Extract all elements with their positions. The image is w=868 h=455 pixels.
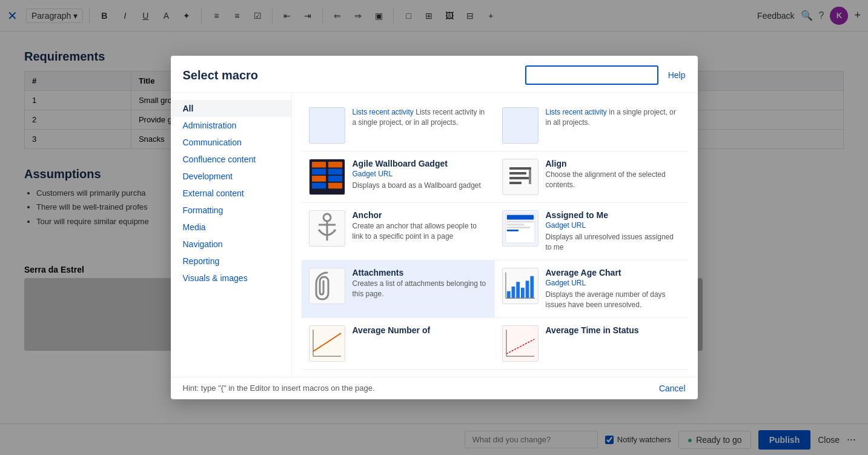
align-icon bbox=[507, 164, 534, 190]
list-item[interactable]: Average Number of bbox=[302, 318, 495, 370]
sidebar-item-formatting[interactable]: Formatting bbox=[171, 202, 291, 219]
svg-rect-12 bbox=[529, 170, 531, 184]
macro-thumb-avg-time bbox=[502, 325, 538, 362]
hint-text: Hint: type "{" in the Editor to insert m… bbox=[183, 384, 375, 393]
macro-info-align: Align Choose the alignment of the select… bbox=[546, 159, 681, 190]
svg-rect-2 bbox=[311, 169, 325, 175]
cancel-button[interactable]: Cancel bbox=[659, 384, 686, 393]
list-item[interactable]: Align Choose the alignment of the select… bbox=[495, 151, 688, 203]
macro-info-assigned: Assigned to Me Gadget URL Displays all u… bbox=[546, 210, 681, 253]
macro-thumb-recent-right bbox=[502, 107, 538, 144]
modal-footer: Hint: type "{" in the Editor to insert m… bbox=[171, 377, 698, 399]
svg-rect-18 bbox=[506, 221, 533, 223]
svg-rect-7 bbox=[328, 183, 342, 189]
macro-info-avg-age: Average Age Chart Gadget URL Displays th… bbox=[546, 268, 681, 310]
svg-rect-1 bbox=[328, 162, 342, 168]
list-item[interactable]: Anchor Create an anchor that allows peop… bbox=[302, 203, 495, 261]
macro-thumb-recent-left bbox=[309, 107, 345, 144]
macro-thumb-attachments bbox=[309, 268, 345, 304]
macro-grid: Lists recent activity Lists recent activ… bbox=[292, 93, 698, 376]
sidebar-item-development[interactable]: Development bbox=[171, 168, 291, 185]
svg-rect-27 bbox=[530, 276, 534, 299]
svg-rect-6 bbox=[311, 183, 325, 189]
macro-search-input[interactable] bbox=[525, 65, 658, 85]
anchor-icon bbox=[314, 213, 340, 244]
macro-thumb-avg-age bbox=[502, 268, 538, 304]
macro-info-avg-time: Average Time in Status bbox=[546, 325, 681, 336]
sidebar-item-navigation[interactable]: Navigation bbox=[171, 236, 291, 253]
svg-rect-11 bbox=[509, 182, 522, 184]
attachments-icon bbox=[314, 270, 340, 302]
modal-overlay: Select macro Help All Administration Com… bbox=[0, 0, 868, 455]
list-item[interactable]: Assigned to Me Gadget URL Displays all u… bbox=[495, 203, 688, 261]
macro-info-agile: Agile Wallboard Gadget Gadget URL Displa… bbox=[353, 159, 488, 191]
modal-header: Select macro Help bbox=[171, 56, 698, 93]
svg-rect-21 bbox=[506, 230, 518, 231]
macro-info-attachments: Attachments Creates a list of attachment… bbox=[353, 268, 488, 299]
macro-thumb-align bbox=[502, 159, 538, 195]
sidebar-item-visuals[interactable]: Visuals & images bbox=[171, 270, 291, 287]
svg-line-33 bbox=[506, 339, 534, 354]
svg-rect-10 bbox=[509, 177, 531, 179]
select-macro-modal: Select macro Help All Administration Com… bbox=[171, 56, 698, 399]
sidebar-item-administration[interactable]: Administration bbox=[171, 117, 291, 134]
svg-rect-5 bbox=[328, 176, 342, 182]
svg-rect-25 bbox=[520, 288, 524, 298]
avg-age-chart-icon bbox=[505, 270, 536, 302]
macro-info-recent-right: Lists recent activity in a single projec… bbox=[546, 107, 681, 128]
macro-thumb-avg-number bbox=[309, 325, 345, 362]
sidebar-item-all[interactable]: All bbox=[171, 100, 291, 117]
svg-rect-4 bbox=[311, 176, 325, 182]
list-item[interactable]: Lists recent activity in a single projec… bbox=[495, 100, 688, 151]
svg-rect-19 bbox=[506, 224, 524, 226]
avg-time-icon bbox=[504, 327, 537, 360]
sidebar-item-external-content[interactable]: External content bbox=[171, 185, 291, 202]
list-item[interactable]: Average Age Chart Gadget URL Displays th… bbox=[495, 261, 688, 318]
agile-wallboard-icon bbox=[311, 160, 343, 194]
assigned-to-me-icon bbox=[505, 212, 536, 245]
modal-sidebar: All Administration Communication Conflue… bbox=[171, 93, 292, 376]
modal-help-link[interactable]: Help bbox=[668, 70, 686, 80]
macro-info-recent-left: Lists recent activity Lists recent activ… bbox=[353, 107, 488, 128]
svg-rect-26 bbox=[525, 281, 529, 298]
sidebar-item-media[interactable]: Media bbox=[171, 219, 291, 236]
macro-info-avg-number: Average Number of bbox=[353, 325, 488, 336]
modal-body: All Administration Communication Conflue… bbox=[171, 93, 698, 376]
svg-rect-0 bbox=[311, 162, 325, 168]
svg-rect-17 bbox=[506, 215, 533, 220]
sidebar-item-communication[interactable]: Communication bbox=[171, 134, 291, 151]
svg-rect-9 bbox=[509, 172, 526, 174]
list-item[interactable]: Average Time in Status bbox=[495, 318, 688, 370]
modal-title: Select macro bbox=[183, 68, 259, 82]
svg-point-13 bbox=[323, 214, 331, 221]
modal-search-area: Help bbox=[525, 65, 686, 85]
svg-rect-3 bbox=[328, 169, 342, 175]
svg-rect-8 bbox=[509, 167, 531, 170]
svg-line-30 bbox=[313, 333, 341, 351]
svg-rect-20 bbox=[506, 227, 530, 229]
sidebar-item-reporting[interactable]: Reporting bbox=[171, 253, 291, 270]
macro-thumb-assigned bbox=[502, 210, 538, 247]
list-item[interactable]: Attachments Creates a list of attachment… bbox=[302, 261, 495, 318]
svg-rect-22 bbox=[506, 291, 510, 299]
svg-rect-23 bbox=[511, 287, 515, 298]
svg-rect-24 bbox=[516, 282, 520, 298]
macro-thumb-anchor bbox=[309, 210, 345, 247]
sidebar-item-confluence-content[interactable]: Confluence content bbox=[171, 151, 291, 168]
macro-info-anchor: Anchor Create an anchor that allows peop… bbox=[353, 210, 488, 242]
macro-thumb-agile bbox=[309, 159, 345, 195]
list-item[interactable]: Lists recent activity Lists recent activ… bbox=[302, 100, 495, 151]
avg-number-icon bbox=[311, 327, 343, 360]
list-item[interactable]: Agile Wallboard Gadget Gadget URL Displa… bbox=[302, 151, 495, 203]
